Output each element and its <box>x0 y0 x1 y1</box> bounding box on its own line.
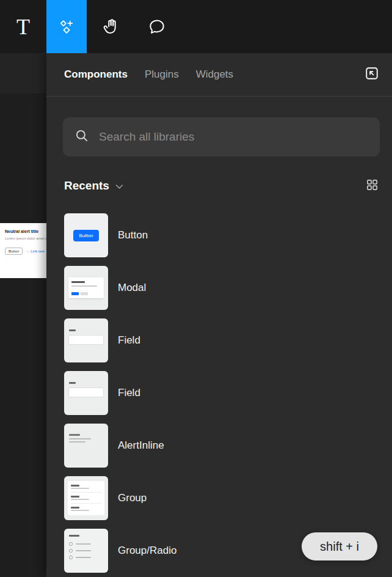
list-item-label: Modal <box>118 282 146 294</box>
thumbnail-button-label: Button <box>73 230 98 241</box>
tab-plugins[interactable]: Plugins <box>145 68 179 81</box>
alert-card-body: Lorem ipsum dolor amet consec <box>5 236 46 242</box>
comment-icon <box>147 17 167 37</box>
canvas[interactable]: Neutral alert title Lorem ipsum dolor am… <box>0 53 46 577</box>
list-item-field[interactable]: Field <box>64 371 392 415</box>
list-item-label: AlertInline <box>118 439 164 452</box>
list-item-label: Button <box>118 229 148 241</box>
text-tool-button[interactable]: T <box>0 0 46 53</box>
list-item-modal[interactable]: Modal <box>64 266 392 310</box>
recents-list: Button Button Modal Field F <box>46 213 392 573</box>
list-item-button[interactable]: Button Button <box>64 213 392 257</box>
list-item-label: Field <box>118 334 140 347</box>
list-item-field[interactable]: Field <box>64 318 392 362</box>
list-item-alertinline[interactable]: AlertInline <box>64 424 392 468</box>
open-in-canvas-button[interactable] <box>361 64 382 85</box>
hand-icon <box>101 17 121 37</box>
tab-widgets[interactable]: Widgets <box>196 68 233 81</box>
alert-card-link: Link text <box>26 249 44 253</box>
list-item-label: Group/Radio <box>118 545 176 557</box>
panel-tabs: Components Plugins Widgets <box>64 68 361 81</box>
thumbnail-modal <box>64 266 108 310</box>
recents-section-header: Recents <box>64 178 380 194</box>
thumbnail-field <box>64 318 108 362</box>
thumbnail-button: Button <box>64 213 108 257</box>
assets-icon <box>57 18 76 36</box>
panel-header: Components Plugins Widgets <box>46 53 392 97</box>
list-item-label: Group <box>118 492 147 504</box>
assets-tool-button[interactable] <box>46 0 87 53</box>
alert-component-card[interactable]: Neutral alert title Lorem ipsum dolor am… <box>0 223 46 278</box>
shortcut-hint: shift + i <box>302 532 377 560</box>
canvas-top-band <box>0 53 46 94</box>
grid-view-button[interactable] <box>364 178 380 194</box>
chevron-down-icon <box>115 179 123 193</box>
alert-card-title: Neutral alert title <box>5 229 46 233</box>
open-in-canvas-icon <box>363 65 380 84</box>
text-tool-icon: T <box>16 16 30 38</box>
tab-components[interactable]: Components <box>64 68 128 81</box>
components-panel: Components Plugins Widgets <box>46 53 392 577</box>
hand-tool-button[interactable] <box>87 0 136 53</box>
toolbar: T <box>0 0 392 53</box>
grid-view-icon <box>365 178 379 194</box>
thumbnail-field <box>64 371 108 415</box>
recents-label: Recents <box>64 179 109 193</box>
list-item-label: Field <box>118 387 140 399</box>
figma-app: T <box>0 0 392 577</box>
list-item-group[interactable]: Group <box>64 476 392 520</box>
comment-tool-button[interactable] <box>136 0 178 53</box>
alert-card-button: Button <box>5 248 23 255</box>
recents-dropdown[interactable]: Recents <box>64 179 123 193</box>
alert-card-actions: Button Link text <box>5 248 46 255</box>
thumbnail-group <box>64 476 108 520</box>
search-input[interactable] <box>99 130 369 144</box>
search-icon <box>74 128 90 146</box>
search-bar[interactable] <box>63 117 380 156</box>
thumbnail-alertinline <box>64 424 108 468</box>
thumbnail-group-radio <box>64 529 108 573</box>
